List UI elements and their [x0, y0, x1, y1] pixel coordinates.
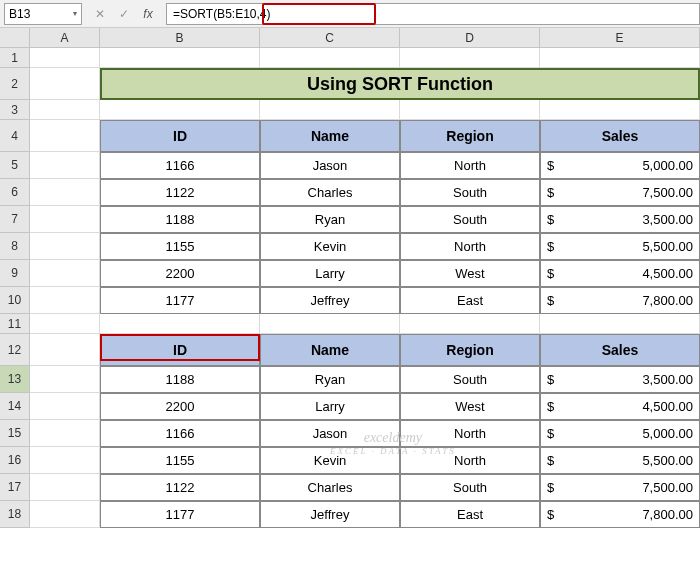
row-header[interactable]: 13: [0, 366, 30, 393]
cell[interactable]: [100, 100, 260, 120]
title-banner[interactable]: Using SORT Function: [100, 68, 700, 100]
cell-region[interactable]: West: [400, 260, 540, 287]
name-box[interactable]: B13 ▾: [4, 3, 82, 25]
row-header[interactable]: 5: [0, 152, 30, 179]
formula-input[interactable]: =SORT(B5:E10,4): [166, 3, 700, 25]
cell-id[interactable]: 1166: [100, 420, 260, 447]
cell-id[interactable]: 1188: [100, 206, 260, 233]
row-header[interactable]: 16: [0, 447, 30, 474]
cell[interactable]: [30, 314, 100, 334]
cell-name[interactable]: Charles: [260, 474, 400, 501]
cell[interactable]: [30, 152, 100, 179]
cell[interactable]: [30, 420, 100, 447]
cell[interactable]: [30, 233, 100, 260]
cell[interactable]: [30, 68, 100, 100]
cell-region[interactable]: North: [400, 447, 540, 474]
header-sales[interactable]: Sales: [540, 120, 700, 152]
cell-id[interactable]: 2200: [100, 260, 260, 287]
cell[interactable]: [260, 314, 400, 334]
cell-region[interactable]: South: [400, 206, 540, 233]
cells-area[interactable]: Using SORT Function ID Name Region Sales…: [30, 48, 700, 528]
header-sales[interactable]: Sales: [540, 334, 700, 366]
cell-region[interactable]: West: [400, 393, 540, 420]
cell[interactable]: [260, 100, 400, 120]
row-header[interactable]: 10: [0, 287, 30, 314]
cell[interactable]: [30, 120, 100, 152]
cell[interactable]: [30, 334, 100, 366]
cell-region[interactable]: South: [400, 179, 540, 206]
row-header[interactable]: 4: [0, 120, 30, 152]
cell-id[interactable]: 1177: [100, 501, 260, 528]
col-header-b[interactable]: B: [100, 28, 260, 48]
cancel-icon[interactable]: ✕: [92, 6, 108, 22]
cell-id[interactable]: 1166: [100, 152, 260, 179]
cell-sales[interactable]: $ 7,800.00: [540, 287, 700, 314]
cell-region[interactable]: South: [400, 366, 540, 393]
cell-region[interactable]: North: [400, 233, 540, 260]
cell-name[interactable]: Jason: [260, 420, 400, 447]
cell-name[interactable]: Larry: [260, 393, 400, 420]
cell[interactable]: [540, 314, 700, 334]
cell-sales[interactable]: $ 5,500.00: [540, 233, 700, 260]
cell-name[interactable]: Kevin: [260, 233, 400, 260]
cell[interactable]: [30, 179, 100, 206]
cell[interactable]: [30, 474, 100, 501]
cell[interactable]: [30, 260, 100, 287]
row-header[interactable]: 3: [0, 100, 30, 120]
row-header[interactable]: 8: [0, 233, 30, 260]
cell-name[interactable]: Jason: [260, 152, 400, 179]
cell[interactable]: [400, 314, 540, 334]
cell-sales[interactable]: $ 3,500.00: [540, 206, 700, 233]
cell-id[interactable]: 1155: [100, 233, 260, 260]
cell[interactable]: [30, 366, 100, 393]
cell-region[interactable]: South: [400, 474, 540, 501]
col-header-a[interactable]: A: [30, 28, 100, 48]
fx-icon[interactable]: fx: [140, 6, 156, 22]
cell-region[interactable]: East: [400, 287, 540, 314]
cell[interactable]: [260, 48, 400, 68]
cell-sales[interactable]: $ 3,500.00: [540, 366, 700, 393]
cell-region[interactable]: North: [400, 420, 540, 447]
cell-sales[interactable]: $ 4,500.00: [540, 393, 700, 420]
cell-region[interactable]: East: [400, 501, 540, 528]
cell-sales[interactable]: $ 4,500.00: [540, 260, 700, 287]
cell[interactable]: [30, 287, 100, 314]
cell-name[interactable]: Ryan: [260, 366, 400, 393]
header-name[interactable]: Name: [260, 334, 400, 366]
row-header[interactable]: 11: [0, 314, 30, 334]
cell-sales[interactable]: $ 5,000.00: [540, 420, 700, 447]
header-name[interactable]: Name: [260, 120, 400, 152]
cell-name[interactable]: Charles: [260, 179, 400, 206]
cell[interactable]: [30, 447, 100, 474]
header-id[interactable]: ID: [100, 120, 260, 152]
row-header[interactable]: 17: [0, 474, 30, 501]
row-header[interactable]: 9: [0, 260, 30, 287]
cell[interactable]: [30, 206, 100, 233]
cell-id[interactable]: 1155: [100, 447, 260, 474]
row-header[interactable]: 7: [0, 206, 30, 233]
cell-name[interactable]: Larry: [260, 260, 400, 287]
row-header[interactable]: 18: [0, 501, 30, 528]
cell-name[interactable]: Ryan: [260, 206, 400, 233]
header-region[interactable]: Region: [400, 334, 540, 366]
cell-id[interactable]: 1177: [100, 287, 260, 314]
cell-sales[interactable]: $ 7,800.00: [540, 501, 700, 528]
cell-id[interactable]: 1122: [100, 179, 260, 206]
row-header[interactable]: 6: [0, 179, 30, 206]
cell-sales[interactable]: $ 5,000.00: [540, 152, 700, 179]
cell[interactable]: [100, 314, 260, 334]
cell-sales[interactable]: $ 7,500.00: [540, 474, 700, 501]
col-header-d[interactable]: D: [400, 28, 540, 48]
row-header[interactable]: 1: [0, 48, 30, 68]
check-icon[interactable]: ✓: [116, 6, 132, 22]
cell[interactable]: [540, 100, 700, 120]
dropdown-icon[interactable]: ▾: [73, 9, 77, 18]
col-header-e[interactable]: E: [540, 28, 700, 48]
cell-id[interactable]: 2200: [100, 393, 260, 420]
cell[interactable]: [30, 48, 100, 68]
cell-name[interactable]: Jeffrey: [260, 501, 400, 528]
cell-name[interactable]: Jeffrey: [260, 287, 400, 314]
row-header[interactable]: 12: [0, 334, 30, 366]
col-header-c[interactable]: C: [260, 28, 400, 48]
cell-id[interactable]: 1188: [100, 366, 260, 393]
